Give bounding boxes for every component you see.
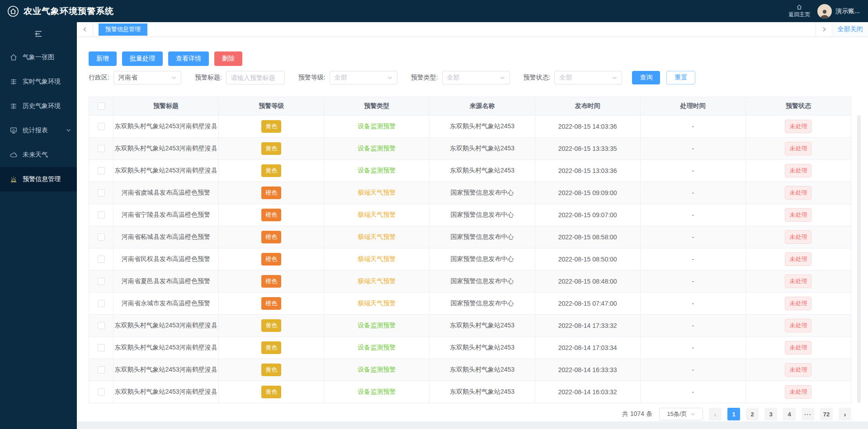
- cell-warning-status: 未处理: [746, 337, 851, 359]
- total-count: 共 1074 条: [622, 410, 652, 418]
- page-button[interactable]: ···: [802, 408, 814, 420]
- table-row: 东双鹅头村气象站2453河南鹤壁浚县 黄色 设备监测预警 东双鹅头村气象站245…: [89, 381, 851, 403]
- search-button[interactable]: 查询: [632, 71, 660, 84]
- sidebar-item-stats-report[interactable]: 统计报表: [0, 118, 77, 143]
- row-checkbox[interactable]: [98, 278, 105, 285]
- warning-level-select[interactable]: 全部: [330, 71, 397, 84]
- page-button[interactable]: 72: [820, 408, 833, 420]
- row-checkbox[interactable]: [98, 145, 105, 152]
- cell-handle-time: -: [641, 204, 746, 226]
- sidebar-collapse-button[interactable]: [0, 26, 77, 42]
- page-button[interactable]: 4: [783, 408, 796, 420]
- type-link[interactable]: 极端天气预警: [358, 299, 396, 308]
- sidebar-item-history-env[interactable]: 历史气象环境: [0, 94, 77, 118]
- cell-warning-status: 未处理: [746, 315, 851, 336]
- sidebar-item-weather-map[interactable]: 气象一张图: [0, 45, 77, 70]
- level-badge: 橙色: [261, 253, 281, 266]
- back-home-button[interactable]: 返回主页: [788, 4, 810, 19]
- row-checkbox[interactable]: [98, 300, 105, 307]
- row-checkbox[interactable]: [98, 322, 105, 329]
- row-checkbox[interactable]: [98, 366, 105, 373]
- status-badge: 未处理: [785, 120, 811, 133]
- type-link[interactable]: 极端天气预警: [358, 233, 396, 241]
- user-menu[interactable]: 演示账...: [817, 4, 860, 19]
- cell-warning-level: 橙色: [219, 293, 324, 314]
- type-link[interactable]: 极端天气预警: [358, 189, 396, 197]
- page-button[interactable]: ‹: [709, 408, 722, 420]
- cell-warning-status: 未处理: [746, 248, 851, 270]
- logo-home-icon: [7, 5, 19, 17]
- warning-status-value: 全部: [559, 74, 572, 82]
- cell-warning-type: 极端天气预警: [324, 248, 429, 270]
- status-badge: 未处理: [785, 275, 811, 288]
- tabs-scroll-left-button[interactable]: [77, 22, 93, 37]
- page-size-select[interactable]: 15条/页: [659, 408, 703, 420]
- close-all-tabs-button[interactable]: 全部关闭: [832, 22, 868, 37]
- page-button[interactable]: ›: [839, 408, 851, 420]
- warning-level-label: 预警等级:: [298, 74, 326, 82]
- page-button[interactable]: 2: [746, 408, 759, 420]
- type-link[interactable]: 设备监测预警: [358, 388, 396, 396]
- type-link[interactable]: 设备监测预警: [358, 122, 396, 131]
- status-badge: 未处理: [785, 186, 811, 200]
- status-badge: 未处理: [785, 341, 811, 354]
- cell-source-name: 国家预警信息发布中心: [429, 204, 535, 226]
- future-weather-icon: [9, 151, 18, 159]
- tab-warning-info-manage[interactable]: 预警信息管理: [99, 23, 147, 36]
- type-link[interactable]: 极端天气预警: [358, 211, 396, 219]
- warning-title-input[interactable]: [226, 71, 285, 84]
- table-row: 河南省柘城县发布高温橙色预警 橙色 极端天气预警 国家预警信息发布中心 2022…: [89, 226, 851, 248]
- row-checkbox[interactable]: [98, 388, 105, 396]
- table-body: 东双鹅头村气象站2453河南鹤壁浚县 黄色 设备监测预警 东双鹅头村气象站245…: [89, 116, 851, 403]
- cell-publish-time: 2022-08-14 17:33:32: [535, 315, 641, 336]
- sidebar-item-warning-manage[interactable]: 预警信息管理: [0, 167, 77, 191]
- add-button[interactable]: 新增: [89, 51, 117, 66]
- sidebar-item-realtime-env[interactable]: 实时气象环境: [0, 70, 77, 94]
- sidebar-item-future-weather[interactable]: 未来天气: [0, 143, 77, 167]
- row-checkbox[interactable]: [98, 167, 105, 174]
- type-link[interactable]: 极端天气预警: [358, 277, 396, 285]
- page-button[interactable]: 3: [764, 408, 777, 420]
- app-title: 农业气象环境预警系统: [24, 5, 114, 17]
- row-checkbox[interactable]: [98, 344, 105, 351]
- row-checkbox[interactable]: [98, 189, 105, 196]
- cell-source-name: 国家预警信息发布中心: [429, 270, 535, 292]
- cell-handle-time: -: [641, 160, 746, 182]
- type-link[interactable]: 极端天气预警: [358, 255, 396, 263]
- cell-handle-time: -: [641, 359, 746, 381]
- row-checkbox[interactable]: [98, 211, 105, 219]
- warning-type-select[interactable]: 全部: [442, 71, 510, 84]
- row-checkbox[interactable]: [98, 256, 105, 263]
- column-header: 发布时间: [535, 97, 641, 115]
- page-content: 新增 批量处理 查看详情 删除 行政区: 河南省 预警标题: 预: [77, 37, 868, 421]
- select-all-checkbox[interactable]: [98, 103, 105, 110]
- cell-publish-time: 2022-08-14 17:03:34: [535, 337, 641, 359]
- cell-source-name: 东双鹅头村气象站2453: [429, 381, 535, 403]
- cell-handle-time: -: [641, 293, 746, 314]
- warning-status-select[interactable]: 全部: [554, 71, 622, 84]
- table-row: 东双鹅头村气象站2453河南鹤壁浚县 黄色 设备监测预警 东双鹅头村气象站245…: [89, 315, 851, 337]
- row-checkbox[interactable]: [98, 123, 105, 130]
- table-row: 东双鹅头村气象站2453河南鹤壁浚县 黄色 设备监测预警 东双鹅头村气象站245…: [89, 160, 851, 182]
- cell-warning-type: 设备监测预警: [324, 337, 429, 359]
- type-link[interactable]: 设备监测预警: [358, 167, 396, 175]
- type-link[interactable]: 设备监测预警: [358, 145, 396, 153]
- type-link[interactable]: 设备监测预警: [358, 344, 396, 352]
- sidebar-item-label: 历史气象环境: [23, 102, 61, 110]
- cell-source-name: 东双鹅头村气象站2453: [429, 337, 535, 359]
- view-detail-button[interactable]: 查看详情: [168, 51, 209, 66]
- type-link[interactable]: 设备监测预警: [358, 322, 396, 330]
- delete-button[interactable]: 删除: [214, 51, 242, 66]
- map-home-icon: [9, 53, 18, 61]
- table-scrollbar[interactable]: [857, 115, 861, 403]
- type-link[interactable]: 设备监测预警: [358, 366, 396, 374]
- row-checkbox[interactable]: [98, 233, 105, 241]
- warning-type-value: 全部: [447, 74, 460, 82]
- status-badge: 未处理: [785, 208, 811, 222]
- page-button[interactable]: 1: [727, 408, 740, 420]
- reset-button[interactable]: 重置: [666, 71, 695, 84]
- batch-process-button[interactable]: 批量处理: [122, 51, 163, 66]
- cell-warning-type: 极端天气预警: [324, 204, 429, 226]
- region-select[interactable]: 河南省: [113, 71, 181, 84]
- tabs-scroll-right-button[interactable]: [816, 22, 832, 37]
